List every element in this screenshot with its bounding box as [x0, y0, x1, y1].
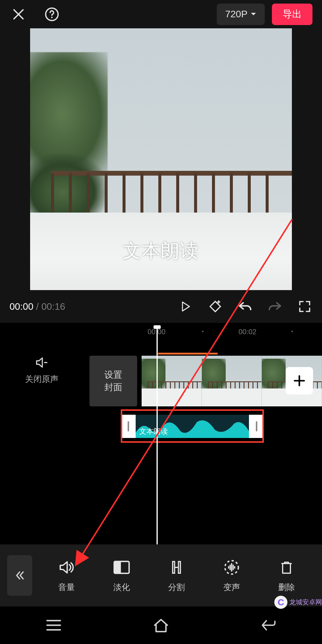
toolbar-back-button[interactable] — [7, 555, 32, 596]
volume-icon — [57, 559, 76, 576]
watermark-badge: C — [274, 596, 287, 609]
redo-icon — [267, 300, 282, 313]
audio-clip-handle-left[interactable] — [121, 415, 136, 438]
cover-label-1: 设置 — [104, 369, 122, 381]
tool-label: 淡化 — [113, 582, 130, 593]
help-button[interactable] — [43, 5, 61, 23]
export-label: 导出 — [283, 8, 302, 21]
menu-icon — [46, 619, 62, 631]
play-icon — [179, 300, 191, 313]
chevrons-left-icon — [14, 569, 26, 581]
timeline[interactable]: 00:00 00:02 关闭原声 设置 封面 — [0, 323, 322, 544]
ruler-mark: 00:02 — [239, 328, 256, 336]
total-time: 00:16 — [41, 301, 65, 312]
svg-point-1 — [51, 16, 53, 18]
fullscreen-button[interactable] — [297, 299, 312, 314]
add-clip-button[interactable] — [286, 367, 313, 394]
close-button[interactable] — [10, 5, 27, 23]
split-icon — [169, 559, 184, 576]
trash-icon — [279, 559, 294, 576]
tool-volume[interactable]: 音量 — [44, 558, 89, 593]
time-display: 00:00 / 00:16 — [10, 301, 65, 312]
tool-voice-change[interactable]: 变声 — [209, 558, 254, 593]
export-button[interactable]: 导出 — [272, 4, 312, 25]
plus-icon — [292, 374, 306, 388]
keyframe-icon — [208, 300, 222, 313]
speaker-icon — [34, 356, 49, 369]
audio-clip-body[interactable]: 文本朗读 — [136, 415, 249, 438]
tool-delete[interactable]: 删除 — [264, 558, 309, 593]
audio-clip-label: 文本朗读 — [139, 427, 168, 436]
resolution-button[interactable]: 720P — [217, 4, 265, 25]
nav-menu-button[interactable] — [30, 615, 78, 636]
undo-button[interactable] — [237, 299, 253, 314]
keyframe-button[interactable] — [208, 299, 223, 314]
watermark: C 龙城安卓网 — [274, 596, 322, 609]
fade-icon — [113, 560, 131, 575]
play-button[interactable] — [178, 299, 193, 314]
timeline-ruler: 00:00 00:02 — [0, 323, 322, 341]
watermark-text: 龙城安卓网 — [289, 599, 322, 606]
video-preview[interactable]: 文本朗读 — [0, 28, 322, 290]
selection-marker — [158, 353, 218, 354]
nav-home-button[interactable] — [137, 615, 185, 636]
audio-clip[interactable]: 文本朗读 — [121, 415, 264, 438]
nav-back-icon — [260, 619, 277, 632]
voice-change-icon — [223, 558, 241, 576]
tool-label: 分割 — [168, 582, 185, 593]
chevron-down-icon — [250, 12, 256, 16]
set-cover-button[interactable]: 设置 封面 — [89, 356, 137, 406]
tool-label: 音量 — [58, 582, 75, 593]
playhead[interactable] — [157, 326, 158, 544]
redo-button[interactable] — [267, 299, 283, 314]
tool-label: 删除 — [278, 582, 295, 593]
audio-clip-handle-right[interactable] — [249, 415, 264, 438]
tool-label: 变声 — [223, 582, 240, 593]
nav-back-button[interactable] — [244, 615, 292, 636]
mute-original-label: 关闭原声 — [0, 374, 83, 385]
video-clip-thumb[interactable] — [202, 356, 262, 406]
caption-overlay: 文本朗读 — [30, 238, 292, 263]
undo-icon — [238, 300, 253, 313]
cover-label-2: 封面 — [104, 381, 122, 394]
svg-rect-3 — [114, 561, 121, 573]
video-clip-thumb[interactable] — [142, 356, 202, 406]
current-time: 00:00 — [10, 301, 33, 312]
tool-split[interactable]: 分割 — [154, 558, 199, 593]
mute-original-button[interactable] — [0, 356, 83, 369]
home-icon — [152, 617, 170, 633]
tool-fade[interactable]: 淡化 — [99, 558, 144, 593]
resolution-label: 720P — [225, 9, 247, 20]
fullscreen-icon — [298, 300, 311, 313]
